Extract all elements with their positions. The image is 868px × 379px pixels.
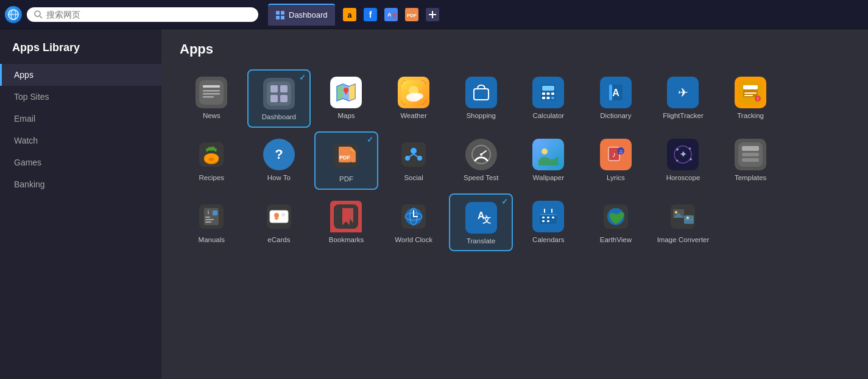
svg-rect-48 bbox=[542, 92, 545, 95]
app-calendars-icon bbox=[532, 201, 564, 232]
svg-point-87 bbox=[480, 153, 482, 156]
app-maps-label: Maps bbox=[337, 112, 355, 120]
app-flighttracker[interactable]: ✈ FlightTracker bbox=[651, 69, 715, 128]
app-dictionary[interactable]: A Dictionary bbox=[584, 69, 648, 128]
sidebar-item-email[interactable]: Email bbox=[0, 108, 161, 130]
app-imageconverter-icon bbox=[667, 201, 699, 232]
app-howto-label: How To bbox=[267, 174, 291, 183]
app-shopping[interactable]: Shopping bbox=[449, 69, 513, 128]
app-recipes-icon bbox=[196, 139, 227, 170]
app-templates[interactable]: Templates bbox=[719, 131, 783, 190]
svg-text:✦: ✦ bbox=[679, 149, 687, 159]
app-howto[interactable]: ? How To bbox=[247, 131, 311, 190]
sidebar-item-top-sites[interactable]: Top Sites bbox=[0, 86, 161, 108]
app-tracking[interactable]: ! Tracking bbox=[719, 69, 783, 128]
app-shopping-label: Shopping bbox=[466, 112, 496, 120]
svg-rect-52 bbox=[547, 97, 550, 99]
app-weather-icon bbox=[398, 77, 429, 108]
app-wallpaper[interactable]: Wallpaper bbox=[517, 131, 580, 190]
app-templates-icon bbox=[735, 139, 766, 170]
content-area: Apps News ✓ bbox=[161, 29, 868, 379]
svg-marker-35 bbox=[349, 84, 355, 101]
app-horoscope[interactable]: ✦ ★ ★ ★ ★ Horoscope bbox=[651, 131, 715, 190]
svg-text:★: ★ bbox=[688, 147, 691, 150]
svg-rect-23 bbox=[203, 90, 220, 92]
svg-text:PDF: PDF bbox=[407, 13, 417, 18]
tab-dashboard[interactable]: Dashboard bbox=[268, 4, 335, 26]
app-flighttracker-icon: ✈ bbox=[667, 77, 699, 108]
svg-rect-8 bbox=[281, 16, 284, 19]
svg-text:A: A bbox=[612, 88, 619, 98]
svg-rect-139 bbox=[542, 220, 545, 222]
svg-rect-64 bbox=[744, 95, 753, 96]
app-speedtest-label: Speed Test bbox=[464, 174, 498, 183]
svg-text:a: a bbox=[347, 11, 351, 19]
browser-logo[interactable] bbox=[5, 6, 22, 23]
app-imageconverter[interactable]: Image Converter bbox=[651, 193, 715, 252]
app-calculator[interactable]: Calculator bbox=[517, 69, 580, 128]
svg-rect-29 bbox=[270, 95, 278, 102]
app-earthview[interactable]: EarthView bbox=[584, 193, 648, 252]
app-news[interactable]: News bbox=[180, 69, 244, 128]
svg-text:f: f bbox=[369, 10, 372, 19]
svg-rect-51 bbox=[542, 97, 545, 99]
svg-text:A: A bbox=[387, 12, 392, 18]
app-bookmarks[interactable]: Bookmarks bbox=[314, 193, 378, 252]
pdf-bookmark-icon[interactable]: PDF bbox=[403, 6, 420, 23]
translate-bookmark-icon[interactable]: A 文 bbox=[383, 6, 400, 23]
svg-rect-30 bbox=[280, 95, 288, 102]
app-manuals[interactable]: i Manuals bbox=[180, 193, 244, 252]
app-weather[interactable]: Weather bbox=[382, 69, 446, 128]
sidebar-item-watch[interactable]: Watch bbox=[0, 130, 161, 151]
app-earthview-icon bbox=[600, 201, 632, 232]
app-ecards[interactable]: eCards bbox=[247, 193, 311, 252]
svg-rect-26 bbox=[267, 82, 291, 106]
svg-rect-24 bbox=[203, 93, 220, 95]
app-bookmarks-icon bbox=[330, 201, 362, 232]
app-calculator-icon bbox=[532, 77, 564, 108]
svg-rect-106 bbox=[742, 158, 759, 162]
sidebar-item-banking[interactable]: Banking bbox=[0, 173, 161, 195]
app-speedtest[interactable]: Speed Test bbox=[449, 131, 513, 190]
search-input[interactable] bbox=[46, 10, 251, 19]
svg-text:文: 文 bbox=[482, 215, 491, 224]
app-shopping-icon bbox=[465, 77, 497, 108]
app-social-label: Social bbox=[404, 174, 423, 183]
svg-rect-62 bbox=[743, 85, 758, 89]
app-bookmarks-label: Bookmarks bbox=[329, 236, 364, 245]
app-maps-icon bbox=[330, 77, 362, 108]
app-tracking-label: Tracking bbox=[737, 112, 764, 120]
svg-rect-63 bbox=[744, 92, 757, 94]
add-tab-button[interactable] bbox=[424, 6, 441, 23]
svg-point-117 bbox=[274, 213, 279, 218]
app-lyrics[interactable]: ♪ ♫ Lyrics bbox=[584, 131, 648, 190]
apps-grid: News ✓ Dashboard bbox=[180, 69, 850, 251]
app-calendars-label: Calendars bbox=[532, 236, 564, 245]
search-bar[interactable] bbox=[27, 7, 258, 22]
app-social[interactable]: Social bbox=[382, 131, 446, 190]
svg-text:✈: ✈ bbox=[678, 86, 688, 99]
amazon-bookmark-icon[interactable]: a bbox=[341, 6, 358, 23]
svg-text:文: 文 bbox=[392, 13, 397, 19]
svg-marker-33 bbox=[337, 84, 343, 101]
facebook-bookmark-icon[interactable]: f bbox=[362, 6, 379, 23]
app-translate-label: Translate bbox=[467, 237, 496, 246]
app-ecards-icon bbox=[263, 201, 295, 232]
svg-point-89 bbox=[542, 148, 548, 155]
app-maps[interactable]: Maps bbox=[314, 69, 378, 128]
app-translate[interactable]: ✓ A 文 Translate bbox=[449, 193, 513, 252]
app-social-icon bbox=[398, 139, 429, 170]
sidebar-item-games[interactable]: Games bbox=[0, 151, 161, 173]
app-calendars[interactable]: Calendars bbox=[517, 193, 580, 252]
svg-rect-134 bbox=[540, 210, 557, 215]
app-pdf[interactable]: ✓ PDF PDF bbox=[314, 131, 378, 190]
app-worldclock[interactable]: World Clock bbox=[382, 193, 446, 252]
app-translate-icon: A 文 bbox=[465, 202, 497, 234]
app-dictionary-label: Dictionary bbox=[600, 112, 631, 120]
sidebar-item-apps[interactable]: Apps bbox=[0, 64, 161, 86]
svg-point-151 bbox=[686, 217, 689, 219]
app-recipes[interactable]: Recipes bbox=[180, 131, 244, 190]
app-dashboard[interactable]: ✓ Dashboard bbox=[247, 69, 311, 128]
app-tracking-icon: ! bbox=[735, 77, 766, 108]
app-lyrics-icon: ♪ ♫ bbox=[600, 139, 632, 170]
